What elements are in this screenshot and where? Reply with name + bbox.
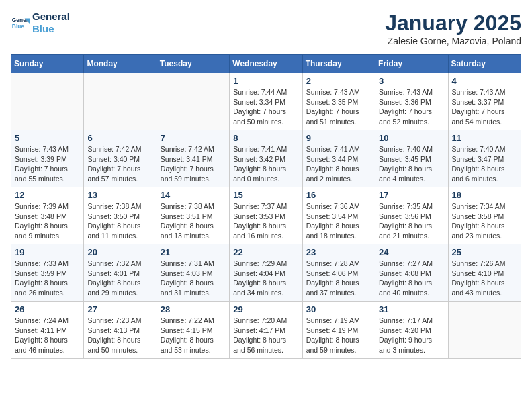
- calendar-cell: 7Sunrise: 7:42 AM Sunset: 3:41 PM Daylig…: [157, 130, 229, 187]
- day-number: 11: [452, 133, 517, 143]
- day-info: Sunrise: 7:40 AM Sunset: 3:47 PM Dayligh…: [452, 144, 517, 184]
- day-number: 29: [233, 304, 298, 314]
- logo-text-general: General: [32, 11, 70, 23]
- day-info: Sunrise: 7:27 AM Sunset: 4:08 PM Dayligh…: [379, 259, 444, 298]
- calendar-cell: 2Sunrise: 7:43 AM Sunset: 3:35 PM Daylig…: [302, 73, 375, 130]
- day-info: Sunrise: 7:41 AM Sunset: 3:44 PM Dayligh…: [306, 144, 371, 184]
- day-number: 24: [379, 247, 444, 257]
- day-number: 9: [306, 133, 371, 143]
- day-number: 25: [452, 247, 517, 257]
- day-info: Sunrise: 7:34 AM Sunset: 3:58 PM Dayligh…: [452, 201, 517, 241]
- calendar-cell: 22Sunrise: 7:29 AM Sunset: 4:04 PM Dayli…: [230, 244, 302, 302]
- day-info: Sunrise: 7:17 AM Sunset: 4:20 PM Dayligh…: [379, 316, 444, 355]
- day-info: Sunrise: 7:43 AM Sunset: 3:37 PM Dayligh…: [452, 87, 517, 127]
- calendar-cell: 19Sunrise: 7:33 AM Sunset: 3:59 PM Dayli…: [11, 244, 84, 302]
- calendar-cell: 31Sunrise: 7:17 AM Sunset: 4:20 PM Dayli…: [375, 302, 448, 359]
- day-number: 2: [306, 76, 371, 86]
- day-info: Sunrise: 7:40 AM Sunset: 3:45 PM Dayligh…: [379, 144, 444, 184]
- calendar-cell: 1Sunrise: 7:44 AM Sunset: 3:34 PM Daylig…: [230, 73, 302, 130]
- weekday-header: Thursday: [302, 55, 375, 73]
- month-title: January 2025: [385, 11, 521, 36]
- calendar-cell: [157, 73, 229, 130]
- day-info: Sunrise: 7:20 AM Sunset: 4:17 PM Dayligh…: [233, 316, 298, 355]
- day-number: 3: [379, 76, 444, 86]
- day-info: Sunrise: 7:37 AM Sunset: 3:53 PM Dayligh…: [233, 201, 298, 241]
- calendar-cell: 17Sunrise: 7:35 AM Sunset: 3:56 PM Dayli…: [375, 187, 448, 244]
- calendar-cell: 10Sunrise: 7:40 AM Sunset: 3:45 PM Dayli…: [375, 130, 448, 187]
- day-info: Sunrise: 7:43 AM Sunset: 3:36 PM Dayligh…: [379, 87, 444, 127]
- day-number: 20: [87, 247, 152, 257]
- calendar-cell: 6Sunrise: 7:42 AM Sunset: 3:40 PM Daylig…: [84, 130, 157, 187]
- day-number: 5: [15, 133, 80, 143]
- calendar-cell: 30Sunrise: 7:19 AM Sunset: 4:19 PM Dayli…: [302, 302, 375, 359]
- title-block: January 2025 Zalesie Gorne, Mazovia, Pol…: [385, 11, 521, 46]
- day-info: Sunrise: 7:38 AM Sunset: 3:51 PM Dayligh…: [161, 201, 226, 241]
- calendar-cell: 9Sunrise: 7:41 AM Sunset: 3:44 PM Daylig…: [302, 130, 375, 187]
- day-info: Sunrise: 7:42 AM Sunset: 3:40 PM Dayligh…: [87, 144, 152, 184]
- weekday-header: Monday: [84, 55, 157, 73]
- calendar-cell: 29Sunrise: 7:20 AM Sunset: 4:17 PM Dayli…: [230, 302, 302, 359]
- calendar-cell: 23Sunrise: 7:28 AM Sunset: 4:06 PM Dayli…: [302, 244, 375, 302]
- calendar-cell: 16Sunrise: 7:36 AM Sunset: 3:54 PM Dayli…: [302, 187, 375, 244]
- logo-icon: General Blue: [11, 13, 30, 32]
- day-info: Sunrise: 7:36 AM Sunset: 3:54 PM Dayligh…: [306, 201, 371, 241]
- day-number: 26: [15, 304, 80, 314]
- day-info: Sunrise: 7:23 AM Sunset: 4:13 PM Dayligh…: [87, 316, 152, 355]
- weekday-header: Saturday: [448, 55, 521, 73]
- day-number: 31: [379, 304, 444, 314]
- day-number: 10: [379, 133, 444, 143]
- day-info: Sunrise: 7:41 AM Sunset: 3:42 PM Dayligh…: [233, 144, 298, 184]
- day-number: 15: [233, 190, 298, 200]
- calendar-cell: 15Sunrise: 7:37 AM Sunset: 3:53 PM Dayli…: [230, 187, 302, 244]
- weekday-header: Wednesday: [230, 55, 302, 73]
- calendar-cell: 18Sunrise: 7:34 AM Sunset: 3:58 PM Dayli…: [448, 187, 521, 244]
- calendar-cell: 21Sunrise: 7:31 AM Sunset: 4:03 PM Dayli…: [157, 244, 229, 302]
- day-info: Sunrise: 7:32 AM Sunset: 4:01 PM Dayligh…: [87, 259, 152, 298]
- calendar-cell: 12Sunrise: 7:39 AM Sunset: 3:48 PM Dayli…: [11, 187, 84, 244]
- page-header: General Blue General Blue January 2025 Z…: [11, 11, 521, 46]
- weekday-header: Tuesday: [157, 55, 229, 73]
- calendar-cell: 11Sunrise: 7:40 AM Sunset: 3:47 PM Dayli…: [448, 130, 521, 187]
- week-row: 19Sunrise: 7:33 AM Sunset: 3:59 PM Dayli…: [11, 244, 521, 302]
- day-info: Sunrise: 7:28 AM Sunset: 4:06 PM Dayligh…: [306, 259, 371, 298]
- calendar-cell: [448, 302, 521, 359]
- calendar-cell: [11, 73, 84, 130]
- day-number: 23: [306, 247, 371, 257]
- calendar-cell: 24Sunrise: 7:27 AM Sunset: 4:08 PM Dayli…: [375, 244, 448, 302]
- calendar-cell: 4Sunrise: 7:43 AM Sunset: 3:37 PM Daylig…: [448, 73, 521, 130]
- day-info: Sunrise: 7:29 AM Sunset: 4:04 PM Dayligh…: [233, 259, 298, 298]
- calendar-cell: 5Sunrise: 7:43 AM Sunset: 3:39 PM Daylig…: [11, 130, 84, 187]
- day-number: 21: [161, 247, 226, 257]
- day-info: Sunrise: 7:24 AM Sunset: 4:11 PM Dayligh…: [15, 316, 80, 355]
- day-number: 22: [233, 247, 298, 257]
- day-info: Sunrise: 7:44 AM Sunset: 3:34 PM Dayligh…: [233, 87, 298, 127]
- week-row: 12Sunrise: 7:39 AM Sunset: 3:48 PM Dayli…: [11, 187, 521, 244]
- day-info: Sunrise: 7:33 AM Sunset: 3:59 PM Dayligh…: [15, 259, 80, 298]
- calendar-cell: 14Sunrise: 7:38 AM Sunset: 3:51 PM Dayli…: [157, 187, 229, 244]
- day-number: 1: [233, 76, 298, 86]
- day-number: 27: [87, 304, 152, 314]
- day-number: 4: [452, 76, 517, 86]
- weekday-header: Friday: [375, 55, 448, 73]
- day-number: 28: [161, 304, 226, 314]
- logo-text-blue: Blue: [32, 23, 70, 35]
- weekday-header-row: SundayMondayTuesdayWednesdayThursdayFrid…: [11, 55, 521, 73]
- day-info: Sunrise: 7:26 AM Sunset: 4:10 PM Dayligh…: [452, 259, 517, 298]
- day-number: 7: [161, 133, 226, 143]
- day-info: Sunrise: 7:38 AM Sunset: 3:50 PM Dayligh…: [87, 201, 152, 241]
- week-row: 1Sunrise: 7:44 AM Sunset: 3:34 PM Daylig…: [11, 73, 521, 130]
- day-number: 13: [87, 190, 152, 200]
- day-number: 18: [452, 190, 517, 200]
- location-subtitle: Zalesie Gorne, Mazovia, Poland: [385, 36, 521, 46]
- day-number: 16: [306, 190, 371, 200]
- week-row: 26Sunrise: 7:24 AM Sunset: 4:11 PM Dayli…: [11, 302, 521, 359]
- day-info: Sunrise: 7:22 AM Sunset: 4:15 PM Dayligh…: [161, 316, 226, 355]
- day-info: Sunrise: 7:43 AM Sunset: 3:35 PM Dayligh…: [306, 87, 371, 127]
- calendar-cell: 25Sunrise: 7:26 AM Sunset: 4:10 PM Dayli…: [448, 244, 521, 302]
- day-info: Sunrise: 7:43 AM Sunset: 3:39 PM Dayligh…: [15, 144, 80, 184]
- day-info: Sunrise: 7:19 AM Sunset: 4:19 PM Dayligh…: [306, 316, 371, 355]
- logo: General Blue General Blue: [11, 11, 70, 35]
- calendar-cell: 3Sunrise: 7:43 AM Sunset: 3:36 PM Daylig…: [375, 73, 448, 130]
- day-number: 17: [379, 190, 444, 200]
- calendar-cell: 8Sunrise: 7:41 AM Sunset: 3:42 PM Daylig…: [230, 130, 302, 187]
